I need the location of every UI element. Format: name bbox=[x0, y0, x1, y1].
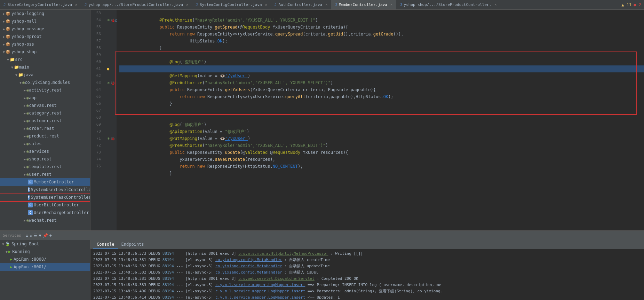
chevron-down-icon: ▼ bbox=[6, 250, 8, 254]
module-icon: 📦 bbox=[6, 27, 10, 31]
chevron-right-icon: ▶ bbox=[3, 12, 5, 16]
gutter-bug-icon: 🐞 bbox=[111, 18, 115, 22]
services-label: Services bbox=[3, 233, 24, 238]
module-icon: 📦 bbox=[6, 42, 10, 47]
package-icon: ◉ bbox=[22, 80, 25, 85]
apprun-label: AppRun :8001/ bbox=[14, 265, 46, 269]
toolbar-add-icon[interactable]: + bbox=[49, 233, 52, 238]
sidebar-item-sales[interactable]: ▶ ◉ sales bbox=[0, 140, 90, 148]
sidebar-item-category-rest[interactable]: ▶ ◉ category.rest bbox=[0, 109, 90, 117]
package-icon: ◉ bbox=[26, 134, 29, 139]
sidebar-item-wechat-rest[interactable]: ▶ ◉ wechat.rest bbox=[0, 216, 90, 224]
line-65: 65 bbox=[90, 93, 103, 100]
tab-close-btn[interactable]: × bbox=[390, 3, 392, 7]
log-line-5: 2023-07-15 13:48:36.381 DEBUG 88194 --- … bbox=[93, 276, 641, 282]
tab-store-category[interactable]: J StoreCategoryController.java × bbox=[0, 0, 81, 10]
chevron-right-icon: ▶ bbox=[24, 111, 26, 115]
sidebar-item-aop[interactable]: ▶ ◉ aop bbox=[0, 94, 90, 102]
bottom-layout: ▼ 🍃 Spring Boot ▼ ▶ Running ▶ ApiRun :80… bbox=[0, 240, 644, 300]
project-sidebar: ▶ 📦 yshop-logging ▶ 📦 yshop-mall ▶ 📦 ysh… bbox=[0, 10, 90, 230]
services-apprun[interactable]: ▶ AppRun :8001/ bbox=[0, 263, 90, 271]
log-line-7: 2023-07-15 13:48:36.406 DEBUG 88194 --- … bbox=[93, 288, 641, 294]
toolbar-collapse-icon[interactable]: ↕ bbox=[30, 233, 32, 238]
tab-member[interactable]: J MemberController.java × bbox=[331, 0, 396, 10]
sidebar-item-user-recharge-controller[interactable]: C UserRechargeController bbox=[0, 209, 90, 216]
line-72: 72 bbox=[90, 142, 103, 149]
sidebar-item-shop-rest[interactable]: ▶ ◉ shop.rest bbox=[0, 155, 90, 163]
tab-close-btn[interactable]: × bbox=[75, 3, 77, 7]
code-line-71: @PreAuthorize("hasAnyRole('admin','YXUSE… bbox=[119, 135, 644, 142]
sidebar-item-member-controller[interactable]: C MemberController bbox=[0, 178, 90, 186]
sidebar-item-yshop-logging[interactable]: ▶ 📦 yshop-logging bbox=[0, 10, 90, 17]
sidebar-label: services bbox=[29, 149, 49, 154]
chevron-down-icon: ▼ bbox=[7, 58, 9, 62]
tab-system-config[interactable]: J SystemConfigController.java × bbox=[192, 0, 271, 10]
sidebar-item-user-bill-controller[interactable]: C UserBillController bbox=[0, 201, 90, 209]
sidebar-item-yshop-shop[interactable]: ▼ 📦 yshop-shop bbox=[0, 48, 90, 56]
module-icon: 📦 bbox=[6, 50, 10, 54]
java-icon: J bbox=[196, 2, 198, 7]
line-66: 66 bbox=[90, 100, 103, 107]
tab-endpoints[interactable]: Endpoints bbox=[118, 241, 148, 248]
sidebar-label: activity.rest bbox=[29, 88, 62, 93]
sidebar-item-order-rest[interactable]: ▶ ◉ order.rest bbox=[0, 125, 90, 132]
services-apirun[interactable]: ▶ ApiRun :8008/ bbox=[0, 255, 90, 263]
sidebar-item-system-user-task-controller[interactable]: C SystemUserTaskController bbox=[0, 194, 90, 201]
sidebar-item-canvas-rest[interactable]: ▶ ◉ canvas.rest bbox=[0, 102, 90, 109]
sidebar-item-main[interactable]: ▼ 📁 main bbox=[0, 63, 90, 71]
chevron-right-icon: ▶ bbox=[24, 134, 26, 138]
package-icon: ◉ bbox=[26, 157, 29, 161]
code-with-gutter: 👁 🐞 @ ● 👁 🐞 bbox=[106, 10, 644, 230]
sidebar-item-yshop-mproot[interactable]: ▶ 📦 yshop-mproot bbox=[0, 33, 90, 40]
toolbar-filter-icon[interactable]: ▼ bbox=[39, 233, 41, 238]
code-line-58 bbox=[119, 45, 644, 52]
services-spring-boot[interactable]: ▼ 🍃 Spring Boot bbox=[0, 240, 90, 248]
sidebar-item-user-rest[interactable]: ▼ ◉ user.rest bbox=[0, 171, 90, 178]
sidebar-item-yshop-oss[interactable]: ▶ 📦 yshop-oss bbox=[0, 40, 90, 48]
sidebar-item-src[interactable]: ▼ 📁 src bbox=[0, 56, 90, 63]
code-line-69: @ApiOperation(value = "修改用户") bbox=[119, 121, 644, 128]
java-icon: J bbox=[3, 2, 6, 7]
sidebar-item-activity-rest[interactable]: ▶ ◉ activity.rest bbox=[0, 86, 90, 94]
sidebar-item-services[interactable]: ▶ ◉ services bbox=[0, 148, 90, 155]
sidebar-item-java[interactable]: ▼ 📁 java bbox=[0, 71, 90, 79]
tab-console[interactable]: Console bbox=[93, 241, 118, 248]
toolbar-pin-icon[interactable]: 📌 bbox=[43, 233, 48, 238]
sidebar-label: yshop-logging bbox=[11, 11, 44, 16]
line-70: 70 bbox=[90, 128, 103, 135]
chevron-right-icon: ▶ bbox=[24, 88, 26, 92]
tab-close-btn[interactable]: × bbox=[265, 3, 267, 7]
line-74: 74 bbox=[90, 156, 103, 163]
sidebar-item-yshop-message[interactable]: ▶ 📦 yshop-message bbox=[0, 25, 90, 33]
code-editor[interactable]: 53 54 55 56 57 58 59 60 61 62 63 64 65 6… bbox=[90, 10, 644, 230]
tab-store-product2[interactable]: J yshop-shop/.../StoreProductController.… bbox=[396, 0, 500, 10]
sidebar-item-product-rest[interactable]: ▶ ◉ product.rest bbox=[0, 132, 90, 140]
code-line-64: return new ResponseEntity<>(yxUserServic… bbox=[119, 86, 644, 93]
tab-store-product[interactable]: J yshop-app/.../StoreProductController.j… bbox=[81, 0, 192, 10]
tab-close-btn[interactable]: × bbox=[186, 3, 188, 7]
tab-label: yshop-app/.../StoreProductController.jav… bbox=[89, 2, 183, 7]
sidebar-item-co-yixiang[interactable]: ▼ ◉ co.yixiang.modules bbox=[0, 79, 90, 86]
log-line-1: 2023-07-15 13:48:36.373 DEBUG 88194 --- … bbox=[93, 251, 641, 257]
chevron-right-icon: ▶ bbox=[24, 150, 26, 153]
bottom-panel-header: Services ≡ ↕ ☰ ▼ 📌 + bbox=[0, 231, 644, 240]
tab-close-btn[interactable]: × bbox=[325, 3, 327, 7]
sidebar-item-yshop-mall[interactable]: ▶ 📦 yshop-mall bbox=[0, 17, 90, 25]
chevron-right-icon: ▶ bbox=[3, 35, 5, 39]
tab-auth[interactable]: J AuthController.java × bbox=[271, 0, 332, 10]
main-layout: ▶ 📦 yshop-logging ▶ 📦 yshop-mall ▶ 📦 ysh… bbox=[0, 10, 644, 230]
warning-count: ▲ 11 bbox=[621, 2, 631, 7]
sidebar-label: SystemUserTaskController bbox=[31, 195, 90, 200]
tab-close-btn[interactable]: × bbox=[494, 3, 496, 7]
toolbar-expand-icon[interactable]: ≡ bbox=[26, 233, 28, 238]
code-line-63: public ResponseEntity getYxUsers(YxUserQ… bbox=[119, 79, 644, 86]
sidebar-item-customer-rest[interactable]: ▶ ◉ customer.rest bbox=[0, 117, 90, 125]
services-running[interactable]: ▼ ▶ Running bbox=[0, 248, 90, 255]
log-line-4: 2023-07-15 13:48:36.382 DEBUG 88194 --- … bbox=[93, 269, 641, 276]
sidebar-item-template-rest[interactable]: ▶ ◉ template.rest bbox=[0, 163, 90, 171]
folder-icon: 📁 bbox=[10, 57, 15, 62]
sidebar-item-system-user-level-controller[interactable]: C SystemUserLevelController bbox=[0, 186, 90, 194]
toolbar-list-icon[interactable]: ☰ bbox=[33, 233, 37, 238]
sidebar-label: MemberController bbox=[34, 180, 74, 184]
console-output[interactable]: 2023-07-15 13:48:36.373 DEBUG 88194 --- … bbox=[90, 249, 644, 300]
